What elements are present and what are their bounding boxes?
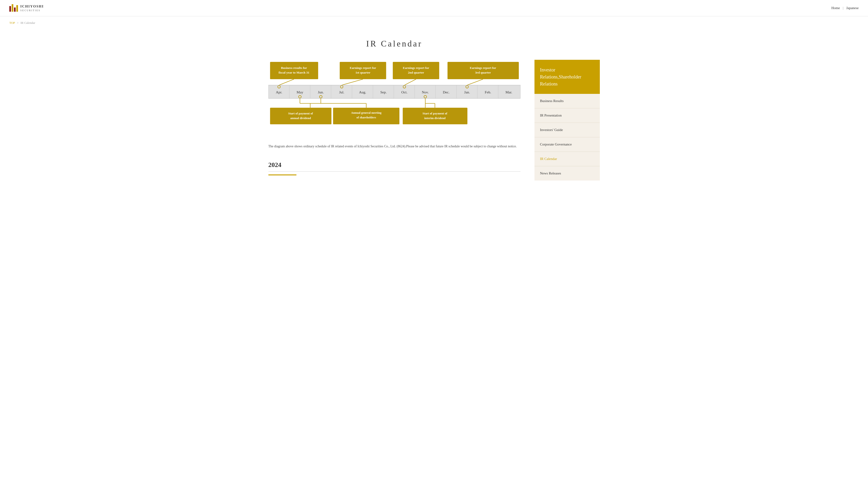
svg-text:interim dividend: interim dividend — [424, 116, 445, 120]
logo-text: ICHIYOSHI SECURITIES — [20, 4, 44, 12]
svg-text:Apr.: Apr. — [276, 90, 282, 94]
svg-text:fiscal year to March 31: fiscal year to March 31 — [278, 70, 309, 74]
sidebar-header: Investor Relations,Shareholder Relations — [534, 60, 600, 94]
svg-text:annual dividend: annual dividend — [290, 116, 311, 120]
svg-text:Earnings report for: Earnings report for — [403, 66, 429, 69]
svg-rect-60 — [403, 108, 467, 124]
svg-text:Jul.: Jul. — [339, 90, 344, 94]
nav-japanese[interactable]: Japanese — [846, 6, 859, 10]
svg-rect-12 — [269, 85, 521, 98]
main-layout: IR Calendar Business results for fiscal … — [259, 29, 609, 195]
sidebar-item-ir-calendar[interactable]: IR Calendar — [534, 152, 600, 166]
svg-text:of shareholders: of shareholders — [356, 116, 376, 119]
svg-text:Start of payment of: Start of payment of — [423, 112, 447, 115]
svg-text:Earnings report for: Earnings report for — [350, 66, 376, 69]
sidebar-item-investors-guide[interactable]: Investors' Guide — [534, 123, 600, 137]
breadcrumb: TOP > IR Calendar — [0, 16, 868, 29]
svg-text:Nov.: Nov. — [422, 90, 429, 94]
content-area: IR Calendar Business results for fiscal … — [269, 29, 534, 180]
svg-text:Aug.: Aug. — [359, 90, 366, 94]
svg-line-42 — [467, 79, 483, 85]
svg-text:Jan.: Jan. — [464, 90, 470, 94]
sidebar-item-ir-presentation[interactable]: IR Presentation — [534, 108, 600, 123]
logo: ICHIYOSHI SECURITIES — [9, 4, 44, 12]
svg-text:May: May — [297, 90, 303, 94]
year-heading: 2024 — [269, 161, 521, 169]
svg-text:Feb.: Feb. — [485, 90, 491, 94]
logo-bar-2 — [12, 4, 13, 12]
breadcrumb-separator: > — [17, 21, 19, 25]
logo-bar-4 — [16, 5, 18, 12]
logo-bar-1 — [9, 6, 11, 12]
svg-line-36 — [279, 79, 294, 85]
nav-divider: | — [843, 6, 843, 10]
svg-text:Jun.: Jun. — [318, 90, 324, 94]
nav-home[interactable]: Home — [831, 6, 840, 10]
calendar-svg: Business results for fiscal year to Marc… — [269, 60, 521, 137]
svg-text:Dec.: Dec. — [443, 90, 450, 94]
svg-text:Oct.: Oct. — [401, 90, 407, 94]
top-nav: Home | Japanese — [831, 6, 859, 10]
logo-bottom: SECURITIES — [20, 9, 44, 12]
svg-text:3rd quarter: 3rd quarter — [475, 70, 491, 74]
svg-text:2nd quarter: 2nd quarter — [408, 70, 424, 74]
ir-calendar-diagram: Business results for fiscal year to Marc… — [269, 60, 521, 137]
description-text: The diagram above shows ordinary schedul… — [269, 143, 521, 149]
svg-line-38 — [342, 79, 363, 85]
site-header: ICHIYOSHI SECURITIES Home | Japanese — [0, 0, 868, 16]
svg-rect-52 — [270, 108, 332, 124]
sidebar-item-business-results[interactable]: Business Results — [534, 94, 600, 108]
page-title: IR Calendar — [269, 39, 521, 49]
svg-text:Earnings report for: Earnings report for — [470, 66, 496, 69]
logo-top: ICHIYOSHI — [20, 4, 44, 9]
logo-bars — [9, 4, 18, 12]
sidebar-item-news-releases[interactable]: News Releases — [534, 166, 600, 180]
sidebar-item-corporate-governance[interactable]: Corporate Governance — [534, 137, 600, 152]
breadcrumb-current: IR Calendar — [21, 21, 35, 25]
sidebar-nav: Business Results IR Presentation Investo… — [534, 94, 600, 180]
logo-bar-3 — [14, 7, 16, 12]
svg-text:Start of payment of: Start of payment of — [288, 112, 313, 115]
svg-text:Mar.: Mar. — [505, 90, 512, 94]
svg-line-40 — [404, 79, 416, 85]
svg-text:Annual general meeting: Annual general meeting — [351, 111, 381, 114]
breadcrumb-top[interactable]: TOP — [9, 21, 15, 25]
svg-text:Sep.: Sep. — [380, 90, 386, 94]
year-accent — [269, 174, 297, 175]
sidebar: Investor Relations,Shareholder Relations… — [534, 60, 600, 180]
year-divider — [269, 171, 521, 172]
svg-text:Business results for: Business results for — [281, 66, 307, 69]
svg-text:1st quarter: 1st quarter — [355, 70, 370, 74]
